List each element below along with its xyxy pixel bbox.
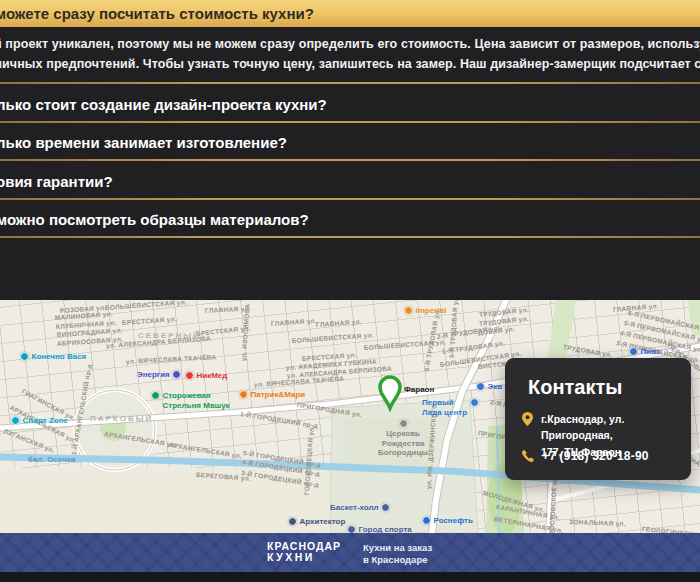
footer-tagline: Кухни на заказ в Краснодаре [363,542,432,566]
footer-tagline-line-2: в Краснодаре [363,554,432,566]
contacts-title: Контакты [528,376,622,399]
address-line-1: г.Краснодар, ул. Пригородная, [541,411,691,444]
map-street-label: ЛУГАНСКАЯ ул. [3,428,56,454]
map-poi-energiya[interactable]: Энергия [137,370,181,380]
map-poi-basket-holl[interactable]: Баскет-холл [330,503,390,513]
map-poi-imperial[interactable]: imperial [404,306,446,316]
faq-separator [0,236,700,238]
nikmed-icon [185,371,194,380]
rosneft-icon [422,516,431,525]
map-street-label: БОЛЬШЕВИСТСКАЯ ул. [292,332,374,344]
map-street-label: 1-Й АРХАНГЕЛЬСКИЙ пр-д [71,364,93,456]
ekv-icon [476,382,485,391]
map-street-label: АРХАНГЕЛЬСКАЯ ул. [168,442,242,460]
map-street-label: БЕРЕГОВАЯ ул. [196,472,252,482]
map-street-label: БОЛЬШЕВИСТСКАЯ ул. [105,300,187,311]
faq-item-warranty[interactable]: овия гарантии? [0,173,113,190]
map-street-label: ДОВАЯ ул. [478,326,516,336]
footer-logo[interactable]: КРАСНОДАР КУХНИ [267,541,341,563]
map-street-label: БРЕСТСКАЯ ул. [122,316,177,326]
gorod-sporta-icon [347,525,356,533]
map-street-label: ПРИГОРОДНАЯ ул. [296,402,362,419]
faq-separator [0,198,700,200]
faq-expanded-answer-line-2: личных предпочтений. Чтобы узнать точную… [0,57,700,71]
map-street-label: ГЛАВНАЯ ул. [316,319,362,329]
map-poi-faraon-label[interactable]: Фараон [404,385,434,395]
energiya-icon [172,370,181,379]
faq-item-expanded-header[interactable]: можете сразу посчитать стоимость кухни? [0,0,700,27]
konechno-vasya-icon [20,352,29,361]
faq-item-material-samples[interactable]: можно посмотреть образцы материалов? [0,211,309,228]
map-street-label: ГЕОЛОГИЧЕСКАЯ ул. [642,526,700,533]
map-street-label: АРХАНГЕЛЬСКАЯ ул. [103,431,177,449]
map-poi-gorod-sporta[interactable]: Город спорта [347,525,412,533]
map-street-label: бал. Осечки [28,456,76,464]
faq-separator [0,82,700,84]
contacts-card: Контакты г.Краснодар, ул. Пригородная, 1… [505,358,691,480]
storozhevaya-icon [151,391,160,400]
map-district-label: ПАРКОВЫЙ [90,415,153,423]
map-poi-sport-zone[interactable]: Спорт Zone [11,416,68,426]
faq-expanded-question: можете сразу посчитать стоимость кухни? [0,5,314,22]
arkhitektor-icon [288,517,297,526]
map-poi-nikmed[interactable]: НикМед [185,371,227,381]
footer-tagline-line-1: Кухни на заказ [363,542,432,554]
map-street-label: ул. ВЯЧЕСЛАВА ТКАЧЁВА [126,354,217,365]
map-street-label: ЗОНАЛЬНАЯ ул. [569,519,626,527]
faq-expanded-answer-line-1: й проект уникален, поэтому мы не можем с… [0,37,700,51]
map-street-label: РОСТОВСКОЕ ш. [549,477,559,533]
map-district-label: СЕВЕРНЫЙ [138,332,201,340]
footer-bottom-strip [0,572,700,582]
faq-section: можете сразу посчитать стоимость кухни? … [0,0,700,300]
map-street-label: ул. ВЯЧЕСЛАВА ТКАЧЁВА [254,376,345,389]
phone-icon [522,450,534,462]
map-street-label: ул. ИЗОСИМОВА [241,303,252,361]
map-street-label: ГЛАВНАЯ ул. [271,318,317,328]
imperial-icon [404,306,413,315]
footer: КРАСНОДАР КУХНИ Кухни на заказ в Краснод… [0,533,700,572]
faq-item-design-project[interactable]: лько стоит создание дизайн-проекта кухни… [0,96,327,113]
footer-logo-line-2: КУХНИ [267,552,341,563]
phone-number[interactable]: +7 (918) 320-18-90 [542,449,649,463]
map-poi-arkhitektor[interactable]: Архитектор [288,517,345,527]
map-poi-pervyi-lada-centr[interactable]: ПервыйЛада центр [422,398,479,417]
map-poi-storozhevaya[interactable]: СторожеваяСтрельня Машук [151,391,230,410]
patrik-mari-icon [239,390,248,399]
faq-item-production-time[interactable]: лько времени занимает изготовление? [0,134,287,151]
faq-separator [0,121,700,123]
faq-separator [0,159,700,161]
map-poi-tserkov[interactable]: ЦерковьРождестваБогородицы [378,419,428,458]
pivz-icon [629,347,638,356]
map-poi-ekv[interactable]: Экв [476,382,502,392]
map-poi-pivz[interactable]: Пивз [629,347,660,357]
map-poi-konechno-vasya[interactable]: Конечно Вася [20,352,86,362]
location-pin-icon [522,412,533,426]
basket-holl-icon [381,503,390,512]
pervyi-lada-centr-icon [470,398,479,407]
tserkov-icon [399,419,408,428]
phone-row[interactable]: +7 (918) 320-18-90 [522,449,649,463]
map-poi-patrik-mari[interactable]: Патрик&Мари [239,390,305,400]
sport-zone-icon [11,416,20,425]
map-poi-rosneft[interactable]: Роснефть [422,516,473,526]
map-street-label: ТРУДОВАЯ ул. [562,344,613,359]
